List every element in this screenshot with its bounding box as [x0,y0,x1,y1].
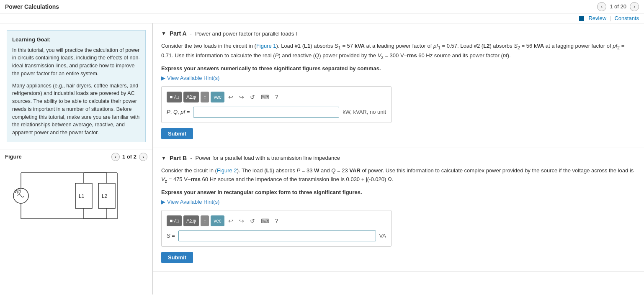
left-panel: Learning Goal: In this tutorial, you wil… [0,23,153,294]
part-b-unit-label: VA [379,233,386,239]
prev-figure-button[interactable]: ‹ [111,153,120,161]
figure-page-indicator: 1 of 2 [122,154,137,160]
svg-text:L1: L1 [79,193,85,199]
part-a-undo-button[interactable]: ↩ [226,92,235,102]
part-a-problem-text: Consider the two loads in the circuit in… [161,42,636,61]
figure-label: Figure [5,154,22,160]
part-b-answer-input[interactable] [178,230,376,241]
hint-arrow-icon: ▶ [161,75,165,81]
part-b-keyboard-icon: ⌨ [261,218,269,224]
part-b-toolbar: ■√□ ΑΣφ ↕ vec ↩ ↪ [167,215,386,226]
constants-link[interactable]: Constants [614,15,639,21]
part-a-reset-button[interactable]: ↺ [248,92,257,102]
part-a-separator: - [190,31,192,37]
undo-icon: ↩ [228,94,233,100]
part-a-keyboard-button[interactable]: ⌨ [259,92,271,102]
main-layout: Learning Goal: In this tutorial, you wil… [0,23,644,294]
part-b-answer-box: ■√□ ΑΣφ ↕ vec ↩ ↪ [161,210,392,247]
part-a-section: ▼ Part A - Power and power factor for pa… [153,23,644,148]
part-b-label: Part B [170,155,187,161]
page-title: Power Calculations [5,3,59,10]
part-b-submit-button[interactable]: Submit [161,252,193,263]
part-b-tool-sqrt-button[interactable]: ■√□ [167,215,182,226]
learning-goal-text1: In this tutorial, you will practice the … [12,46,140,78]
part-b-header: ▼ Part B - Power for a parallel load wit… [161,155,636,161]
part-b-problem-text: Consider the circuit in (Figure 2). The … [161,166,636,185]
prev-icon: ‹ [601,4,603,10]
review-icon [579,16,584,21]
part-a-unit-label: kW, kVAR, no unit [343,109,386,115]
part-b-tool-arrows-button[interactable]: ↕ [201,215,209,226]
part-b-undo-icon: ↩ [228,218,233,224]
svg-text:L2: L2 [102,193,108,199]
next-icon: › [634,4,635,10]
part-a-redo-button[interactable]: ↪ [237,92,246,102]
part-b-separator: - [190,155,192,161]
part-a-tool-vec-button[interactable]: vec [211,92,224,102]
part-b-hint-label: View Available Hint(s) [167,199,219,205]
reset-icon: ↺ [250,94,255,100]
part-b-hint-arrow-icon: ▶ [161,199,165,205]
figure-section: Figure ‹ 1 of 2 › [0,149,152,228]
part-b-help-button[interactable]: ? [273,215,281,226]
part-b-tool-vec-button[interactable]: vec [211,215,224,226]
part-b-hint[interactable]: ▶ View Available Hint(s) [161,199,636,205]
part-a-instruction: Express your answers numerically to thre… [161,65,636,72]
part-b-instruction: Express your answer in rectangular compl… [161,189,636,195]
part-a-toolbar: ■√□ ΑΣφ ↕ vec ↩ ↪ [167,92,386,102]
part-b-description: Power for a parallel load with a transmi… [195,155,340,161]
prev-page-button[interactable]: ‹ [597,2,606,11]
part-b-redo-button[interactable]: ↪ [237,215,246,226]
part-a-tool-sqrt-button[interactable]: ■√□ [167,92,182,102]
part-b-collapse-button[interactable]: ▼ [161,155,166,161]
part-b-reset-button[interactable]: ↺ [248,215,257,226]
part-a-help-button[interactable]: ? [273,92,281,102]
help-icon: ? [275,94,278,100]
part-b-input-row: S = VA [167,230,386,241]
part-a-tool-arrows-button[interactable]: ↕ [201,92,209,102]
part-b-undo-button[interactable]: ↩ [226,215,235,226]
top-bar: Power Calculations ‹ 1 of 20 › [0,0,644,13]
part-b-help-icon: ? [275,218,278,224]
keyboard-icon: ⌨ [261,94,269,100]
part-b-tool-symbols-button[interactable]: ΑΣφ [183,215,199,226]
redo-icon: ↪ [239,94,244,100]
part-a-tool-symbols-button[interactable]: ΑΣφ [183,92,199,102]
part-a-description: Power and power factor for parallel load… [195,31,297,37]
svg-text:V(t): V(t) [14,189,21,194]
part-b-figure-link[interactable]: Figure 2 [217,167,237,174]
part-a-submit-button[interactable]: Submit [161,128,193,139]
right-panel: ▼ Part A - Power and power factor for pa… [153,23,644,294]
part-a-figure-link[interactable]: Figure 1 [256,43,276,49]
part-a-input-label: P, Q, pf = [167,109,190,115]
part-b-input-label: S = [167,233,175,239]
learning-goal-box: Learning Goal: In this tutorial, you wil… [7,30,146,142]
next-figure-button[interactable]: › [139,153,147,161]
learning-goal-title: Learning Goal: [12,36,140,44]
review-link[interactable]: Review [588,15,606,21]
part-b-keyboard-button[interactable]: ⌨ [259,215,271,226]
part-b-redo-icon: ↪ [239,218,244,224]
part-a-answer-input[interactable] [193,107,339,118]
secondary-bar: Review | Constants [0,13,644,23]
learning-goal-text2: Many appliances (e.g., hair dryers, coff… [12,82,140,137]
part-a-hint-label: View Available Hint(s) [167,75,219,81]
page-indicator: 1 of 20 [610,3,626,10]
circuit-diagram: V(t) L1 L2 [8,164,126,227]
part-a-collapse-button[interactable]: ▼ [161,31,166,36]
part-a-answer-box: ■√□ ΑΣφ ↕ vec ↩ ↪ [161,86,392,123]
part-b-section: ▼ Part B - Power for a parallel load wit… [153,148,644,272]
part-b-reset-icon: ↺ [250,218,255,224]
next-page-button[interactable]: › [630,2,639,11]
part-a-input-row: P, Q, pf = kW, kVAR, no unit [167,107,386,118]
part-a-hint[interactable]: ▶ View Available Hint(s) [161,75,636,81]
pagination-nav: ‹ 1 of 20 › [597,2,639,11]
figure-header: Figure ‹ 1 of 2 › [5,153,147,161]
part-a-label: Part A [170,30,187,37]
part-a-header: ▼ Part A - Power and power factor for pa… [161,30,636,37]
figure-nav: ‹ 1 of 2 › [111,153,147,161]
